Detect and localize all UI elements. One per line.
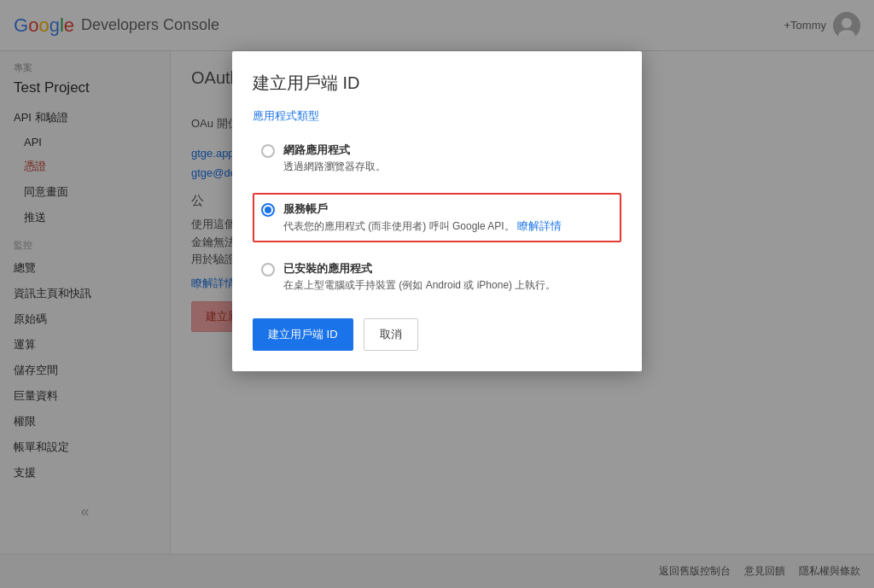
radio-label-service: 服務帳戶 [283, 201, 562, 217]
radio-desc-web: 透過網路瀏覽器存取。 [283, 160, 386, 174]
radio-option-installed[interactable]: 已安裝的應用程式 在桌上型電腦或手持裝置 (例如 Android 或 iPhon… [253, 253, 621, 301]
dialog: 建立用戶端 ID 應用程式類型 網路應用程式 透過網路瀏覽器存取。 服務帳戶 代… [232, 51, 642, 371]
dialog-actions: 建立用戶端 ID 取消 [253, 318, 621, 351]
cancel-button[interactable]: 取消 [364, 318, 418, 351]
radio-desc-installed: 在桌上型電腦或手持裝置 (例如 Android 或 iPhone) 上執行。 [283, 278, 556, 293]
radio-desc-service: 代表您的應用程式 (而非使用者) 呼叫 Google API。 瞭解詳情 [283, 218, 562, 234]
radio-option-service[interactable]: 服務帳戶 代表您的應用程式 (而非使用者) 呼叫 Google API。 瞭解詳… [253, 193, 621, 242]
radio-label-web: 網路應用程式 [283, 143, 386, 158]
radio-btn-service[interactable] [261, 203, 275, 217]
confirm-button[interactable]: 建立用戶端 ID [253, 318, 353, 351]
radio-btn-installed[interactable] [261, 263, 275, 277]
dialog-title: 建立用戶端 ID [253, 72, 621, 95]
modal-overlay: 建立用戶端 ID 應用程式類型 網路應用程式 透過網路瀏覽器存取。 服務帳戶 代… [0, 0, 874, 588]
radio-label-installed: 已安裝的應用程式 [283, 261, 556, 277]
radio-option-web[interactable]: 網路應用程式 透過網路瀏覽器存取。 [253, 134, 621, 183]
dialog-section-label: 應用程式類型 [253, 108, 621, 124]
radio-btn-web[interactable] [261, 144, 275, 158]
service-learn-more-link[interactable]: 瞭解詳情 [517, 219, 562, 232]
